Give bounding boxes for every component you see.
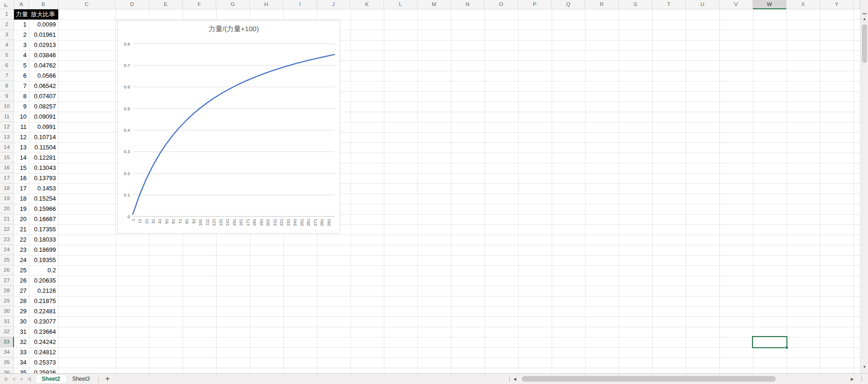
cell-a2[interactable]: 1	[14, 20, 29, 30]
column-header-g[interactable]: G	[216, 0, 250, 9]
row-header-7[interactable]: 7	[0, 71, 14, 81]
column-header-t[interactable]: T	[652, 0, 686, 9]
column-header-c[interactable]: C	[58, 0, 116, 9]
column-header-r[interactable]: R	[585, 0, 619, 9]
hscroll-divider-right[interactable]	[861, 376, 862, 382]
embedded-chart[interactable]: 力量/(力量+100) 00.10.20.30.40.50.60.70.8111…	[117, 20, 340, 234]
column-header-u[interactable]: U	[686, 0, 719, 9]
column-header-p[interactable]: P	[518, 0, 552, 9]
cell-b15[interactable]: 0.12281	[29, 153, 58, 163]
cell-a28[interactable]: 27	[14, 286, 29, 296]
cell-b31[interactable]: 0.23077	[29, 317, 58, 327]
cell-b3[interactable]: 0.01961	[29, 30, 58, 40]
cell-b16[interactable]: 0.13043	[29, 163, 58, 173]
cell-a1[interactable]: 力量	[14, 9, 29, 20]
column-header-b[interactable]: B	[29, 0, 58, 9]
cell-a27[interactable]: 26	[14, 276, 29, 286]
cell-b17[interactable]: 0.13793	[29, 173, 58, 183]
column-header-d[interactable]: D	[116, 0, 149, 9]
cell-b26[interactable]: 0.2	[29, 265, 58, 276]
column-header-a[interactable]: A	[14, 0, 29, 9]
column-header-v[interactable]: V	[719, 0, 753, 9]
row-header-24[interactable]: 24	[0, 245, 14, 255]
scroll-up-icon[interactable]: ▲	[861, 17, 868, 21]
cell-a9[interactable]: 8	[14, 91, 29, 101]
row-header-14[interactable]: 14	[0, 142, 14, 153]
cell-b23[interactable]: 0.18033	[29, 235, 58, 245]
cell-b34[interactable]: 0.24812	[29, 347, 58, 357]
row-header-31[interactable]: 31	[0, 317, 14, 327]
select-all-corner[interactable]	[0, 0, 14, 9]
row-header-9[interactable]: 9	[0, 91, 14, 101]
row-header-11[interactable]: 11	[0, 112, 14, 122]
last-sheet-icon[interactable]: >|	[27, 377, 30, 382]
cell-b24[interactable]: 0.18699	[29, 245, 58, 255]
column-header-x[interactable]: X	[786, 0, 820, 9]
column-header-s[interactable]: S	[619, 0, 652, 9]
cell-b29[interactable]: 0.21875	[29, 296, 58, 306]
row-header-13[interactable]: 13	[0, 132, 14, 142]
row-header-26[interactable]: 26	[0, 265, 14, 276]
row-header-32[interactable]: 32	[0, 327, 14, 337]
cell-b9[interactable]: 0.07407	[29, 91, 58, 101]
row-header-16[interactable]: 16	[0, 163, 14, 173]
first-sheet-icon[interactable]: |<	[5, 377, 7, 382]
scroll-right-icon[interactable]: ▶	[851, 377, 854, 381]
row-header-36[interactable]: 36	[0, 368, 14, 373]
row-header-1[interactable]: 1	[0, 9, 14, 20]
cell-a29[interactable]: 28	[14, 296, 29, 306]
cell-a31[interactable]: 30	[14, 317, 29, 327]
cell-b32[interactable]: 0.23664	[29, 327, 58, 337]
cell-a3[interactable]: 2	[14, 30, 29, 40]
cell-a21[interactable]: 20	[14, 214, 29, 224]
cell-b30[interactable]: 0.22481	[29, 306, 58, 317]
column-header-q[interactable]: Q	[552, 0, 585, 9]
cell-b27[interactable]: 0.20635	[29, 276, 58, 286]
cell-b14[interactable]: 0.11504	[29, 142, 58, 153]
next-sheet-icon[interactable]: >	[20, 377, 22, 382]
cell-b18[interactable]: 0.1453	[29, 183, 58, 194]
cell-a25[interactable]: 24	[14, 255, 29, 265]
cell-b25[interactable]: 0.19355	[29, 255, 58, 265]
cell-b35[interactable]: 0.25373	[29, 357, 58, 368]
cell-b11[interactable]: 0.09091	[29, 112, 58, 122]
column-header-y[interactable]: Y	[820, 0, 854, 9]
cell-b8[interactable]: 0.06542	[29, 81, 58, 91]
cell-a30[interactable]: 29	[14, 306, 29, 317]
row-header-35[interactable]: 35	[0, 357, 14, 368]
scroll-left-icon[interactable]: ◀	[513, 377, 516, 381]
column-header-n[interactable]: N	[451, 0, 485, 9]
row-header-5[interactable]: 5	[0, 50, 14, 61]
row-header-4[interactable]: 4	[0, 40, 14, 50]
cell-a22[interactable]: 21	[14, 224, 29, 235]
row-header-33[interactable]: 33	[0, 337, 14, 347]
row-header-22[interactable]: 22	[0, 224, 14, 235]
row-header-17[interactable]: 17	[0, 173, 14, 183]
row-header-15[interactable]: 15	[0, 153, 14, 163]
row-header-19[interactable]: 19	[0, 194, 14, 204]
cell-b12[interactable]: 0.0991	[29, 122, 58, 132]
column-header-h[interactable]: H	[250, 0, 283, 9]
tab-sheet2[interactable]: Sheet2	[36, 375, 66, 383]
cell-a35[interactable]: 34	[14, 357, 29, 368]
row-header-28[interactable]: 28	[0, 286, 14, 296]
cell-a12[interactable]: 11	[14, 122, 29, 132]
row-header-6[interactable]: 6	[0, 61, 14, 71]
cell-a5[interactable]: 4	[14, 50, 29, 61]
cell-b2[interactable]: 0.0099	[29, 20, 58, 30]
column-header-f[interactable]: F	[183, 0, 216, 9]
cell-a6[interactable]: 5	[14, 61, 29, 71]
cell-b10[interactable]: 0.08257	[29, 101, 58, 112]
cell-b21[interactable]: 0.16667	[29, 214, 58, 224]
column-header-i[interactable]: I	[283, 0, 317, 9]
cell-a16[interactable]: 15	[14, 163, 29, 173]
column-header-k[interactable]: K	[350, 0, 384, 9]
column-header-l[interactable]: L	[384, 0, 417, 9]
cell-b33[interactable]: 0.24242	[29, 337, 58, 347]
add-sheet-button[interactable]: +	[101, 375, 114, 383]
cell-a18[interactable]: 17	[14, 183, 29, 194]
row-header-2[interactable]: 2	[0, 20, 14, 30]
cell-a15[interactable]: 14	[14, 153, 29, 163]
column-header-j[interactable]: J	[317, 0, 350, 9]
cell-a14[interactable]: 13	[14, 142, 29, 153]
